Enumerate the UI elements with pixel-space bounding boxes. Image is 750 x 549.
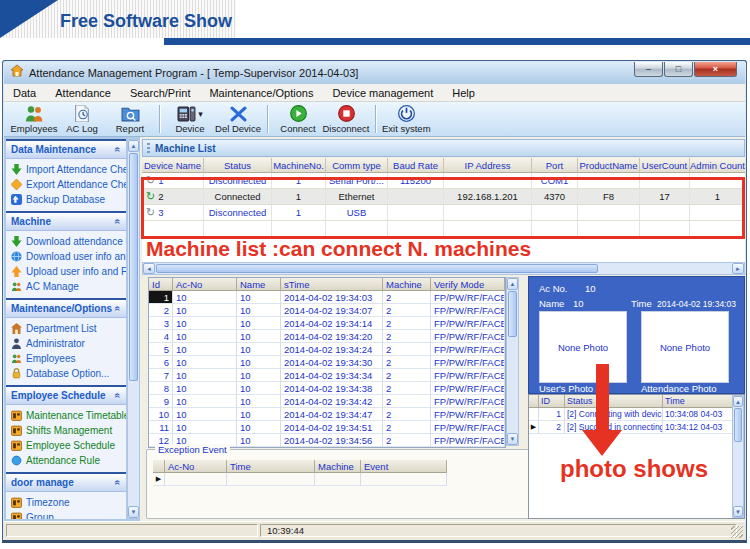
exception-row-empty[interactable]: ▶	[153, 473, 447, 486]
machine-col-ip-address[interactable]: IP Address	[444, 158, 532, 173]
sidebar-scrollbar[interactable]: ▲ ▼	[127, 139, 140, 519]
title-bar[interactable]: Attendance Management Program - [ Temp-S…	[4, 62, 745, 84]
exception-col-time[interactable]: Time	[227, 460, 315, 473]
sidebar-item-department-list[interactable]: Department List	[6, 321, 126, 336]
sidebar-header-machine[interactable]: Machine«	[6, 213, 126, 231]
log-row-2[interactable]: 210102014-04-02 19:34:072FP/PW/RF/FACE	[149, 304, 505, 317]
exception-col-machine[interactable]: Machine	[315, 460, 361, 473]
machine-list-panel-header[interactable]: Machine List	[142, 139, 745, 157]
status-table-scrollbar[interactable]: ▲ ▼	[732, 395, 744, 518]
sidebar-item-ac-manage[interactable]: AC Manage	[6, 279, 126, 294]
log-col-stime[interactable]: sTime	[281, 278, 383, 291]
sidebar-item-export-attendance-checking[interactable]: Export Attendance Checking ...	[6, 177, 126, 192]
sidebar-item-upload-user-info-and-fp[interactable]: Upload user info and FP	[6, 264, 126, 279]
status-col-time[interactable]: Time	[663, 395, 733, 408]
exception-col-event[interactable]: Event	[361, 460, 447, 473]
log-row-10[interactable]: 1010102014-04-02 19:34:472FP/PW/RF/FACE	[149, 408, 505, 421]
sidebar-item-download-attendance-logs[interactable]: Download attendance logs	[6, 234, 126, 249]
sidebar-item-import-attendance-checking[interactable]: Import Attendance Checking ...	[6, 162, 126, 177]
sidebar-item-shifts-management[interactable]: Shifts Management	[6, 423, 126, 438]
employees-button[interactable]: Employees	[10, 103, 58, 136]
scroll-left-icon[interactable]: ◄	[143, 263, 155, 274]
sidebar-item-database-option[interactable]: Database Option...	[6, 366, 126, 381]
collapse-chevron-icon[interactable]: «	[113, 306, 124, 312]
scroll-down-icon[interactable]: ▼	[733, 506, 743, 517]
scroll-right-icon[interactable]: ►	[732, 263, 744, 274]
log-row-1[interactable]: 110102014-04-02 19:34:032FP/PW/RF/FACE	[149, 291, 505, 304]
log-row-3[interactable]: 310102014-04-02 19:34:142FP/PW/RF/FACE	[149, 317, 505, 330]
log-row-6[interactable]: 610102014-04-02 19:34:302FP/PW/RF/FACE	[149, 356, 505, 369]
sidebar-item-group[interactable]: Group	[6, 510, 126, 519]
sidebar-item-maintenance-timetables[interactable]: Maintenance Timetables	[6, 408, 126, 423]
sidebar-header-maintenance-options[interactable]: Maintenance/Options«	[6, 300, 126, 318]
ac-log-button[interactable]: AC Log	[58, 103, 106, 136]
machine-hscroll-thumb[interactable]	[156, 264, 598, 273]
log-row-8[interactable]: 810102014-04-02 19:34:382FP/PW/RF/FACE	[149, 382, 505, 395]
device-button[interactable]: ▾Device	[166, 103, 214, 136]
status-row-2[interactable]: ▶2[2] Succeed in connecting wi10:34:12 0…	[529, 421, 744, 434]
log-row-5[interactable]: 510102014-04-02 19:34:242FP/PW/RF/FACE	[149, 343, 505, 356]
sidebar-item-attendance-rule[interactable]: Attendance Rule	[6, 453, 126, 468]
machine-col-comm-type[interactable]: Comm type	[326, 158, 388, 173]
sidebar-item-timezone[interactable]: Timezone	[6, 495, 126, 510]
sidebar-header-employee-schedule[interactable]: Employee Schedule«	[6, 387, 126, 405]
log-col-verify-mode[interactable]: Verify Mode	[431, 278, 505, 291]
collapse-chevron-icon[interactable]: «	[113, 393, 124, 399]
log-col-machine[interactable]: Machine	[383, 278, 431, 291]
menu-item-help[interactable]: Help	[452, 87, 475, 99]
machine-col-port[interactable]: Port	[532, 158, 578, 173]
machine-col-machineno[interactable]: MachineNo.	[272, 158, 326, 173]
machine-col-status[interactable]: Status	[204, 158, 272, 173]
disconnect-button[interactable]: Disconnect	[322, 103, 370, 136]
close-button[interactable]: ×	[694, 62, 737, 77]
collapse-chevron-icon[interactable]: «	[113, 219, 124, 225]
collapse-chevron-icon[interactable]: «	[113, 147, 124, 153]
menu-item-search-print[interactable]: Search/Print	[130, 87, 191, 99]
machine-col-device-name[interactable]: Device Name	[142, 158, 204, 173]
sidebar-item-administrator[interactable]: Administrator	[6, 336, 126, 351]
machine-col-usercount[interactable]: UserCount	[640, 158, 690, 173]
status-row-1[interactable]: 1[2] Connecting with device,pl10:34:08 0…	[529, 408, 744, 421]
scroll-down-icon[interactable]: ▼	[507, 433, 518, 445]
log-col-ac-no[interactable]: Ac-No	[173, 278, 237, 291]
report-button[interactable]: Report	[106, 103, 154, 136]
menu-item-maintenance-options[interactable]: Maintenance/Options	[209, 87, 313, 99]
menu-item-data[interactable]: Data	[13, 87, 36, 99]
log-table-scrollbar[interactable]: ▲ ▼	[506, 277, 519, 446]
status-col-id[interactable]: ID	[539, 395, 565, 408]
sidebar-item-download-user-info-and-fp[interactable]: Download user info and Fp	[6, 249, 126, 264]
menu-item-device-management[interactable]: Device management	[332, 87, 433, 99]
device-dropdown-icon[interactable]: ▾	[198, 109, 203, 119]
sidebar-header-data-maintenance[interactable]: Data Maintenance«	[6, 141, 126, 159]
log-row-11[interactable]: 1110102014-04-02 19:34:512FP/PW/RF/FACE	[149, 421, 505, 434]
log-scroll-thumb[interactable]	[508, 291, 517, 337]
minimize-button[interactable]: –	[634, 62, 663, 77]
log-row-4[interactable]: 410102014-04-02 19:34:202FP/PW/RF/FACE	[149, 330, 505, 343]
exception-col-ac-no[interactable]: Ac-No	[165, 460, 227, 473]
sidebar-item-employees[interactable]: Employees	[6, 351, 126, 366]
scroll-down-icon[interactable]: ▼	[128, 506, 139, 518]
sidebar-scroll-thumb[interactable]	[129, 153, 138, 381]
menu-item-attendance[interactable]: Attendance	[55, 87, 111, 99]
maximize-button[interactable]: □	[664, 62, 693, 77]
machine-col-baud-rate[interactable]: Baud Rate	[388, 158, 444, 173]
log-col-id[interactable]: Id	[149, 278, 173, 291]
log-col-name[interactable]: Name	[237, 278, 281, 291]
machine-col-productname[interactable]: ProductName	[578, 158, 640, 173]
del-device-button[interactable]: Del Device	[214, 103, 262, 136]
exit-system-button[interactable]: Exit system	[382, 103, 431, 136]
sidebar-header-door-manage[interactable]: door manage«	[6, 474, 126, 492]
log-row-7[interactable]: 710102014-04-02 19:34:342FP/PW/RF/FACE	[149, 369, 505, 382]
status-scroll-thumb[interactable]	[734, 408, 742, 442]
connect-button[interactable]: Connect	[274, 103, 322, 136]
scroll-up-icon[interactable]: ▲	[733, 396, 743, 407]
sidebar-item-backup-database[interactable]: Backup Database	[6, 192, 126, 207]
scroll-up-icon[interactable]: ▲	[507, 278, 518, 290]
sidebar-item-employee-schedule[interactable]: Employee Schedule	[6, 438, 126, 453]
collapse-chevron-icon[interactable]: «	[113, 480, 124, 486]
status-col-status[interactable]: Status	[565, 395, 663, 408]
log-row-9[interactable]: 910102014-04-02 19:34:422FP/PW/RF/FACE	[149, 395, 505, 408]
resize-grip-icon[interactable]	[731, 526, 743, 538]
machine-list-hscrollbar[interactable]: ◄ ►	[142, 262, 745, 275]
scroll-up-icon[interactable]: ▲	[128, 140, 139, 152]
